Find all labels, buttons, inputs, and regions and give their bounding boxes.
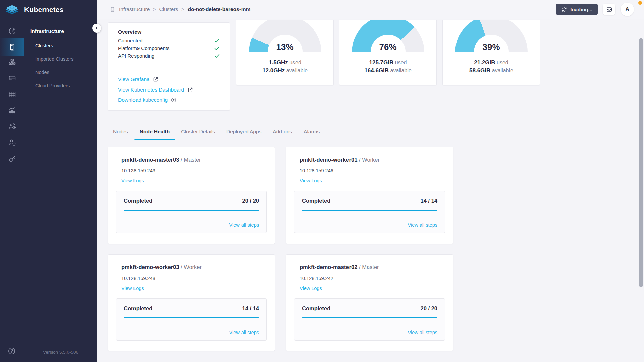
breadcrumb-infrastructure[interactable]: Infrastructure	[119, 6, 150, 12]
used-value: 125.7GiB	[369, 59, 394, 66]
check-label: Platform9 Components	[118, 45, 169, 51]
sidebar-item-clusters[interactable]: Clusters	[35, 43, 53, 48]
gauge-available-line: 12.0GHz available	[236, 67, 333, 74]
check-row-api-responding: API Responding	[118, 52, 220, 60]
node-card-master03: pmkft-demo-master03 / Master 10.128.159.…	[108, 147, 275, 244]
overview-title: Overview	[118, 29, 141, 35]
version-label: Version 5.5.0-506	[24, 350, 97, 355]
sidebar-icon-monitoring[interactable]	[0, 102, 24, 118]
tab-node-health[interactable]: Node Health	[134, 124, 175, 139]
cluster-overview-card: Overview Connected Platform9 Components …	[108, 22, 230, 111]
vertical-scrollbar-thumb[interactable]	[639, 38, 643, 287]
check-icon	[214, 53, 220, 59]
breadcrumb-separator: >	[181, 7, 184, 12]
node-name: pmkft-demo-master03	[121, 157, 179, 163]
tab-cluster-details[interactable]: Cluster Details	[176, 124, 220, 139]
user-avatar[interactable]: A	[621, 3, 634, 16]
used-label: used	[497, 60, 508, 65]
view-logs-link[interactable]: View Logs	[121, 178, 144, 183]
node-title: pmkft-demo-worker01 / Worker	[300, 157, 380, 163]
help-button[interactable]	[7, 347, 17, 356]
loading-button[interactable]: loading...	[556, 4, 598, 15]
tab-deployed-apps[interactable]: Deployed Apps	[221, 124, 267, 139]
node-role: / Worker	[181, 264, 202, 270]
app-title: Kubernetes	[24, 6, 64, 14]
view-grafana-link[interactable]: View Grafana	[118, 76, 159, 82]
view-logs-link[interactable]: View Logs	[121, 286, 144, 291]
view-all-steps-link[interactable]: View all steps	[229, 222, 259, 228]
view-all-steps-link[interactable]: View all steps	[408, 330, 437, 335]
sidebar-icon-infrastructure[interactable]	[0, 38, 24, 56]
link-label: View Grafana	[118, 76, 150, 82]
view-all-steps-link[interactable]: View all steps	[408, 222, 437, 228]
view-kubernetes-dashboard-link[interactable]: View Kubernetes Dashboard	[118, 87, 193, 93]
submenu-section-title: Infrastructure	[30, 28, 64, 34]
node-ip: 10.128.159.242	[300, 276, 333, 281]
app-logo: Kubernetes	[0, 0, 97, 19]
gauge-percent: 13%	[236, 42, 333, 52]
grid-table-icon	[8, 90, 16, 99]
tab-add-ons[interactable]: Add-ons	[267, 124, 298, 139]
sidebar-item-imported-clusters[interactable]: Imported Clusters	[35, 56, 73, 62]
check-row-connected: Connected	[118, 37, 220, 44]
notification-dot	[638, 1, 642, 5]
steps-status: Completed	[302, 305, 330, 312]
check-icon	[214, 45, 220, 52]
steps-header: Completed 14 / 14	[302, 198, 437, 204]
gauge-percent: 39%	[443, 42, 540, 52]
sidebar-item-nodes[interactable]: Nodes	[35, 70, 49, 75]
breadcrumb: Infrastructure > Clusters > do-not-delet…	[109, 0, 250, 19]
view-all-steps-link[interactable]: View all steps	[229, 330, 259, 335]
kubernetes-logo-icon	[5, 4, 19, 15]
external-link-icon	[187, 87, 193, 93]
gauge-used-line: 1.5GHz used	[236, 59, 333, 66]
link-label: View Kubernetes Dashboard	[118, 87, 184, 93]
view-logs-link[interactable]: View Logs	[300, 286, 322, 291]
available-value: 164.6GiB	[364, 67, 389, 74]
notifications-inbox-button[interactable]	[603, 4, 615, 15]
node-steps-panel: Completed 20 / 20 View all steps	[294, 298, 445, 341]
cluster-detail-tabs: Nodes Node Health Cluster Details Deploy…	[108, 124, 628, 139]
node-role: / Master	[359, 264, 379, 270]
tab-alarms[interactable]: Alarms	[298, 124, 325, 139]
breadcrumb-current-cluster: do-not-delete-bareos-mm	[188, 6, 251, 12]
steps-status: Completed	[302, 198, 330, 204]
sidebar-icon-dashboard[interactable]	[0, 23, 24, 39]
steps-progress-bar	[302, 210, 437, 211]
sidebar: Kubernetes	[0, 0, 97, 362]
sidebar-icon-pods[interactable]	[0, 86, 24, 102]
external-link-icon	[153, 76, 159, 82]
gauge-available-line: 164.6GiB available	[339, 67, 436, 74]
node-card-master02: pmkft-demo-master02 / Master 10.128.159.…	[286, 254, 453, 351]
steps-header: Completed 20 / 20	[124, 198, 259, 204]
loading-button-label: loading...	[570, 7, 592, 12]
sidebar-item-cloud-providers[interactable]: Cloud Providers	[35, 83, 70, 88]
view-logs-link[interactable]: View Logs	[300, 178, 322, 183]
chevron-left-icon	[94, 26, 99, 31]
sidebar-icon-tenants[interactable]	[0, 118, 24, 134]
steps-progress-bar	[302, 317, 437, 318]
top-header: Infrastructure > Clusters > do-not-delet…	[97, 0, 644, 19]
check-row-platform9-components: Platform9 Components	[118, 44, 220, 52]
node-ip: 10.128.159.248	[121, 276, 155, 281]
sidebar-icon-workloads[interactable]	[0, 54, 24, 70]
node-role: / Master	[181, 157, 201, 163]
sidebar-icon-access[interactable]	[0, 134, 24, 150]
dashboard-gauge-icon	[8, 27, 16, 35]
download-kubeconfig-link[interactable]: Download kubeconfig	[118, 97, 177, 103]
sidebar-icon-storage[interactable]	[0, 70, 24, 86]
tab-nodes[interactable]: Nodes	[108, 124, 133, 139]
node-ip: 10.128.159.243	[121, 168, 155, 173]
steps-count: 20 / 20	[242, 198, 259, 204]
gauge-available-line: 58.6GiB available	[443, 67, 540, 74]
sync-refresh-icon	[561, 7, 567, 12]
upload-circle-icon	[171, 97, 177, 103]
breadcrumb-clusters[interactable]: Clusters	[159, 6, 178, 12]
node-name: pmkft-demo-worker01	[300, 157, 357, 163]
sidebar-collapse-button[interactable]	[92, 24, 101, 33]
header-actions: loading... A	[556, 0, 634, 19]
sidebar-icon-api-key[interactable]	[0, 150, 24, 167]
node-title: pmkft-demo-worker03 / Worker	[121, 264, 202, 270]
steps-progress-bar	[124, 210, 259, 211]
available-label: available	[492, 68, 513, 73]
